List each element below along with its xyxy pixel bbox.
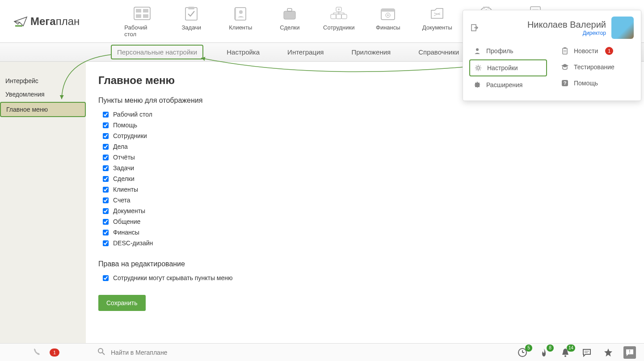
svg-rect-3	[136, 14, 141, 18]
user-link-profile[interactable]: Профиль	[469, 43, 547, 59]
user-link-testing[interactable]: Тестирование	[557, 59, 635, 75]
save-button[interactable]: Сохранить	[98, 295, 146, 311]
chat-icon[interactable]	[581, 346, 593, 359]
nav-deals[interactable]: Сделки	[272, 5, 307, 38]
cb-communication[interactable]	[103, 219, 109, 225]
cb-deals[interactable]	[103, 176, 109, 182]
main: Интерфейс Уведомления Главное меню Главн…	[0, 62, 644, 343]
search-icon	[97, 348, 105, 357]
cb-desktop[interactable]	[103, 112, 109, 118]
bottom-bar: 1 5 8 14 !	[0, 343, 644, 361]
user-header: Николаев Валерий Директор	[463, 10, 641, 43]
svg-point-49	[564, 355, 566, 357]
help-icon: ?	[560, 79, 569, 88]
tab-dirs[interactable]: Справочники	[414, 45, 463, 59]
svg-rect-38	[563, 48, 567, 54]
user-link-settings[interactable]: Настройки	[469, 59, 547, 76]
cb-reports[interactable]	[103, 155, 109, 160]
user-panel: Николаев Валерий Директор Профиль Настро…	[463, 10, 641, 101]
star-icon[interactable]	[602, 346, 615, 359]
user-name: Николаев Валерий	[484, 20, 606, 30]
svg-text:!: !	[629, 349, 630, 354]
logo-icon	[13, 15, 29, 28]
rights-list: Сотрудники могут скрывать пункты меню	[98, 274, 626, 281]
cb-finance[interactable]	[103, 230, 109, 235]
cb-employees-can-hide[interactable]	[103, 275, 109, 281]
admin-message-icon[interactable]: !	[623, 346, 636, 359]
exit-icon[interactable]	[470, 23, 479, 32]
svg-rect-7	[235, 8, 246, 20]
svg-rect-15	[336, 14, 341, 19]
phone-icon[interactable]	[33, 347, 42, 357]
cb-documents[interactable]	[103, 208, 109, 214]
svg-rect-2	[143, 9, 148, 13]
user-role: Директор	[484, 30, 606, 36]
svg-rect-22	[381, 9, 395, 12]
svg-point-9	[239, 10, 243, 14]
clock-reminder-icon[interactable]: 5	[516, 346, 529, 359]
search-input[interactable]	[111, 349, 245, 356]
cb-accounts[interactable]	[103, 197, 109, 203]
news-badge: 1	[605, 47, 613, 55]
content: Главное меню Пункты меню для отображения…	[86, 62, 644, 343]
svg-point-24	[387, 14, 389, 16]
tab-integration[interactable]: Интеграция	[283, 45, 328, 59]
cb-employees[interactable]	[103, 133, 109, 139]
documents-icon	[429, 7, 445, 20]
desktop-icon	[133, 6, 151, 21]
phone-block: 1	[4, 347, 88, 357]
avatar[interactable]	[611, 17, 634, 39]
cb-tasks[interactable]	[103, 165, 109, 171]
tab-setup[interactable]: Настройка	[222, 45, 264, 59]
sidebar-item-interface[interactable]: Интерфейс	[0, 74, 86, 88]
svg-rect-14	[331, 14, 336, 19]
user-link-help[interactable]: ? Помощь	[557, 76, 635, 91]
nav-employees[interactable]: Сотрудники	[321, 5, 357, 38]
svg-rect-1	[136, 9, 141, 13]
sidebar-item-mainmenu[interactable]: Главное меню	[0, 102, 86, 117]
deals-icon	[281, 7, 298, 20]
menu-items-list: Рабочий стол Помощь Сотрудники Дела Отчё…	[98, 111, 626, 247]
nav-clients[interactable]: Клиенты	[223, 5, 258, 38]
cb-affairs[interactable]	[103, 144, 109, 150]
svg-point-44	[98, 348, 103, 353]
cb-help[interactable]	[103, 122, 109, 128]
phone-badge: 1	[50, 348, 59, 357]
fire-icon[interactable]: 8	[538, 346, 550, 359]
cb-clients[interactable]	[103, 187, 109, 193]
svg-line-45	[102, 353, 105, 355]
nav-documents[interactable]: Документы	[419, 5, 455, 38]
svg-rect-39	[564, 47, 566, 49]
tab-apps[interactable]: Приложения	[347, 45, 395, 59]
svg-rect-28	[483, 7, 485, 8]
svg-text:?: ?	[564, 80, 567, 86]
svg-point-13	[338, 8, 340, 10]
bottom-icons: 5 8 14 !	[516, 346, 640, 359]
svg-point-36	[476, 48, 479, 51]
svg-rect-10	[284, 11, 295, 19]
svg-rect-29	[488, 7, 489, 8]
svg-rect-5	[185, 8, 197, 20]
clients-icon	[233, 6, 248, 21]
puzzle-icon	[473, 80, 482, 89]
person-icon	[473, 46, 482, 55]
user-link-news[interactable]: Новости 1	[557, 43, 635, 59]
employees-icon	[330, 6, 348, 21]
search-block	[88, 348, 516, 357]
nav-desktop[interactable]: Рабочий стол	[124, 5, 160, 38]
logo-text: Мегаплан	[30, 15, 80, 28]
gear-icon	[474, 63, 483, 72]
nav-finance[interactable]: Финансы	[370, 5, 406, 38]
section-rights: Права на редактирование	[98, 260, 626, 268]
cb-desc-design[interactable]	[103, 240, 109, 246]
sidebar-item-notifications[interactable]: Уведомления	[0, 88, 86, 101]
svg-rect-6	[188, 7, 194, 9]
user-link-extensions[interactable]: Расширения	[469, 77, 547, 92]
logo[interactable]: Мегаплан	[13, 15, 80, 28]
svg-rect-11	[287, 8, 292, 11]
nav-tasks[interactable]: Задачи	[173, 5, 209, 38]
svg-point-37	[477, 67, 480, 69]
svg-rect-4	[143, 14, 148, 18]
bell-icon[interactable]: 14	[559, 346, 572, 359]
tab-personal-settings[interactable]: Персональные настройки	[111, 45, 203, 59]
